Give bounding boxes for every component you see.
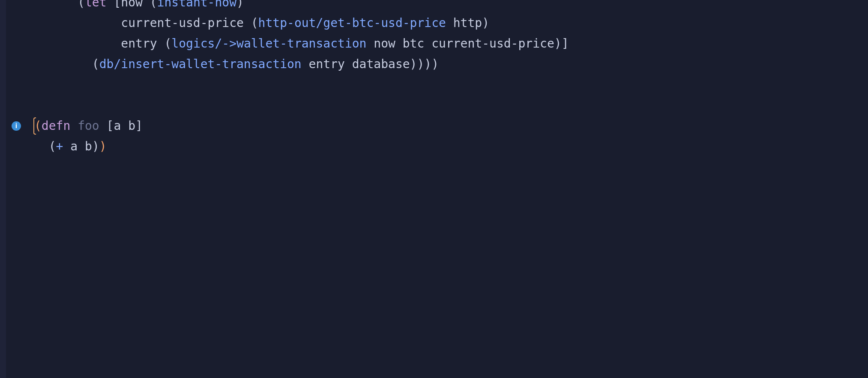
token-keyword: defn	[42, 116, 70, 136]
code-line[interactable]: entry (logics/->wallet-transaction now b…	[34, 33, 569, 54]
token-bracket: ]	[135, 116, 143, 136]
code-editor[interactable]: i (let [now (instant-now) current-usd-pr…	[0, 0, 868, 378]
code-line[interactable]: current-usd-price (http-out/get-btc-usd-…	[34, 13, 489, 33]
token-bracket: [	[114, 0, 121, 13]
indent	[34, 136, 49, 157]
token-paren: ))))	[410, 54, 439, 75]
token-paren: (	[92, 54, 99, 75]
code-line[interactable]: (db/insert-wallet-transaction entry data…	[34, 54, 439, 75]
token-paren: )	[236, 0, 244, 13]
code-line[interactable]: (+ a b))	[34, 136, 107, 157]
token-fn: instant-now	[157, 0, 236, 13]
token-bracket: [	[107, 116, 114, 136]
editor-gutter[interactable]: i	[0, 0, 26, 378]
token-fn: logics/->wallet-transaction	[171, 33, 366, 54]
token-hlparen: )	[99, 136, 107, 157]
indent	[34, 54, 92, 75]
token-sym: now	[121, 0, 150, 13]
token-hlparen: (	[34, 116, 42, 136]
indent	[34, 33, 121, 54]
token-paren: )	[92, 136, 99, 157]
token-paren: )	[554, 33, 562, 54]
token-sym	[99, 116, 107, 136]
token-sym: now btc current-usd-price	[366, 33, 554, 54]
code-line[interactable]: (let [now (instant-now)	[34, 0, 244, 13]
token-fn: http-out/get-btc-usd-price	[258, 13, 446, 33]
token-dim: foo	[78, 116, 99, 136]
token-sym: a b	[63, 136, 92, 157]
info-icon-glyph: i	[12, 121, 21, 131]
token-bracket: ]	[562, 33, 569, 54]
token-sym: entry database	[302, 54, 410, 75]
code-area[interactable]: (let [now (instant-now) current-usd-pric…	[26, 0, 868, 378]
token-paren: )	[482, 13, 489, 33]
token-sym: current-usd-price	[121, 13, 251, 33]
token-paren: (	[78, 0, 85, 13]
token-paren: (	[49, 136, 56, 157]
token-paren: (	[164, 33, 171, 54]
token-paren: (	[150, 0, 157, 13]
indent	[34, 0, 78, 13]
info-icon[interactable]: i	[11, 121, 21, 131]
token-sym	[70, 116, 78, 136]
token-paren: (	[251, 13, 258, 33]
code-line[interactable]: (defn foo [a b]	[34, 116, 143, 136]
token-sym	[107, 0, 114, 13]
token-sym: http	[446, 13, 482, 33]
token-keyword: let	[85, 0, 107, 13]
token-sym: a b	[114, 116, 135, 136]
gutter-strip	[0, 0, 6, 378]
indent	[34, 13, 121, 33]
token-fn: db/insert-wallet-transaction	[99, 54, 302, 75]
token-sym: entry	[121, 33, 164, 54]
token-fn: +	[56, 136, 63, 157]
